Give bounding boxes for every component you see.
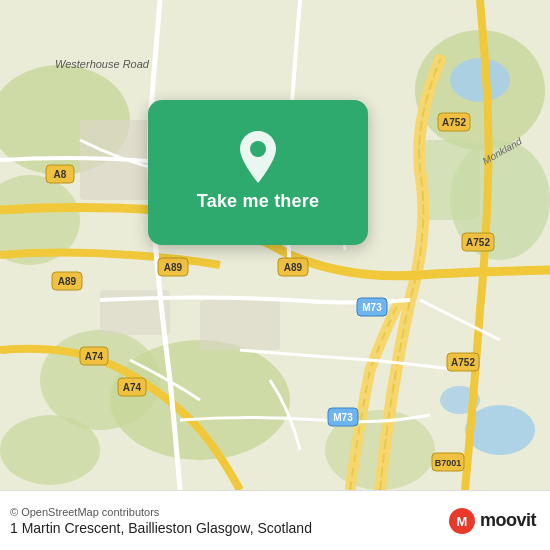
svg-text:A752: A752 bbox=[451, 357, 475, 368]
take-me-there-button[interactable]: Take me there bbox=[197, 191, 319, 212]
svg-text:M73: M73 bbox=[362, 302, 382, 313]
svg-text:M73: M73 bbox=[333, 412, 353, 423]
footer-bar: © OpenStreetMap contributors 1 Martin Cr… bbox=[0, 490, 550, 550]
moovit-icon: M bbox=[448, 507, 476, 535]
footer-left: © OpenStreetMap contributors 1 Martin Cr… bbox=[10, 506, 312, 536]
svg-text:A89: A89 bbox=[164, 262, 183, 273]
moovit-logo: M moovit bbox=[448, 507, 536, 535]
location-pin-icon bbox=[234, 133, 282, 181]
osm-attribution: © OpenStreetMap contributors bbox=[10, 506, 312, 518]
svg-rect-14 bbox=[200, 300, 280, 350]
svg-text:M: M bbox=[457, 514, 468, 529]
svg-point-46 bbox=[250, 141, 266, 157]
map-container: A8 A8 A89 A89 A89 A74 A74 M73 M73 A752 A… bbox=[0, 0, 550, 490]
svg-text:Westerhouse Road: Westerhouse Road bbox=[55, 58, 150, 70]
svg-text:A8: A8 bbox=[54, 169, 67, 180]
map-background: A8 A8 A89 A89 A89 A74 A74 M73 M73 A752 A… bbox=[0, 0, 550, 490]
svg-text:A74: A74 bbox=[85, 351, 104, 362]
location-label: 1 Martin Crescent, Baillieston Glasgow, … bbox=[10, 520, 312, 536]
moovit-brand-name: moovit bbox=[480, 510, 536, 531]
navigate-card[interactable]: Take me there bbox=[148, 100, 368, 245]
svg-text:A74: A74 bbox=[123, 382, 142, 393]
svg-text:A89: A89 bbox=[58, 276, 77, 287]
svg-text:B7001: B7001 bbox=[435, 458, 462, 468]
svg-text:A752: A752 bbox=[466, 237, 490, 248]
svg-point-9 bbox=[0, 415, 100, 485]
svg-text:A752: A752 bbox=[442, 117, 466, 128]
svg-point-10 bbox=[450, 58, 510, 102]
svg-text:A89: A89 bbox=[284, 262, 303, 273]
